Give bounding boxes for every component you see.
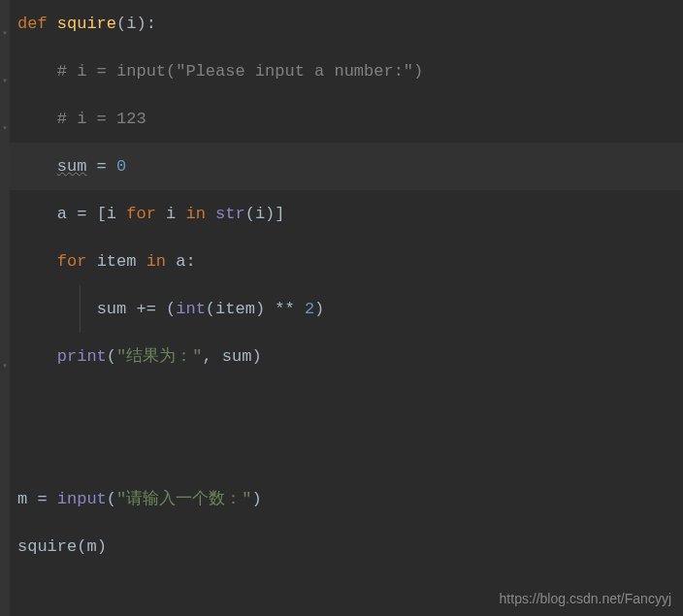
comment: # i = 123: [57, 110, 146, 128]
indent-guide: [80, 285, 81, 333]
code-area[interactable]: def squire(i): # i = input("Please input…: [10, 0, 683, 616]
number: 2: [305, 300, 314, 318]
code-line: # i = 123: [10, 95, 683, 143]
string: "结果为：": [116, 347, 202, 366]
param: i: [126, 15, 136, 33]
gutter: ▾ ▾ ▾ ▾: [0, 0, 10, 616]
blank-line: [10, 428, 683, 475]
keyword-def: def: [17, 15, 48, 33]
code-line: # i = input("Please input a number:"): [10, 48, 683, 95]
blank-line: [10, 380, 683, 428]
builtin-input: input: [57, 490, 107, 508]
code-line: for item in a:: [10, 238, 683, 285]
code-line: print("结果为：", sum): [10, 333, 683, 380]
fold-marker-icon[interactable]: ▾: [0, 29, 10, 39]
code-line: m = input("请输入一个数："): [10, 475, 683, 523]
paren: ): [136, 15, 146, 33]
fold-marker-icon[interactable]: ▾: [0, 362, 10, 372]
fold-marker-icon[interactable]: ▾: [0, 124, 10, 134]
string: "请输入一个数：": [116, 490, 251, 508]
code-editor[interactable]: ▾ ▾ ▾ ▾ def squire(i): # i = input("Plea…: [0, 0, 683, 616]
code-line: sum += (int(item) ** 2): [10, 285, 683, 333]
watermark: https://blog.csdn.net/Fancyyj: [500, 591, 671, 606]
function-name: squire: [57, 15, 116, 33]
fold-marker-icon[interactable]: ▾: [0, 77, 10, 86]
code-line: a = [i for i in str(i)]: [10, 190, 683, 238]
paren: (: [116, 15, 126, 33]
code-line-current: sum = 0: [10, 143, 683, 190]
code-line: def squire(i):: [10, 0, 683, 48]
colon: :: [146, 15, 156, 33]
builtin-str: str: [215, 205, 245, 223]
builtin-int: int: [176, 300, 206, 318]
code-line: squire(m): [10, 523, 683, 570]
var-sum: sum: [57, 157, 87, 176]
comment: # i = input("Please input a number:"): [57, 62, 423, 81]
builtin-print: print: [57, 347, 107, 366]
number: 0: [116, 157, 126, 176]
